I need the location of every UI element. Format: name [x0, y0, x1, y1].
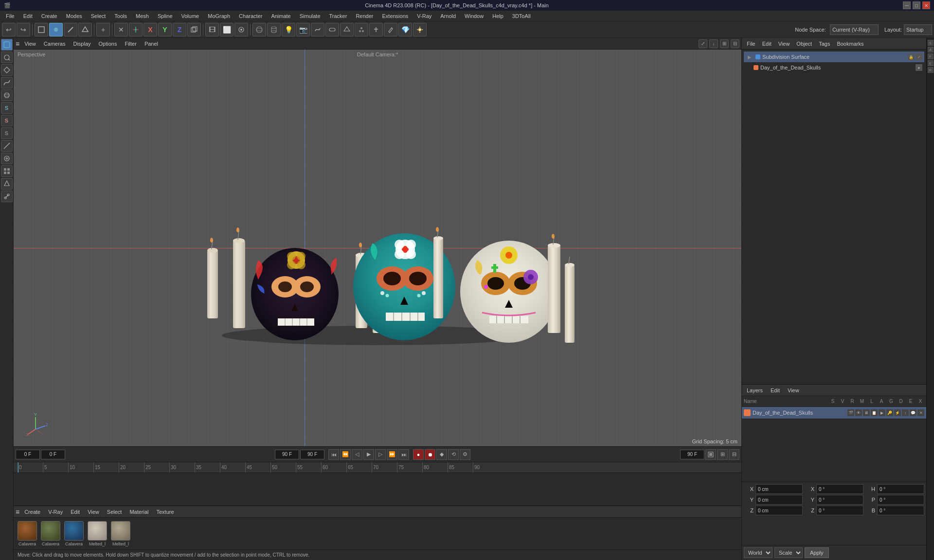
viewport-canvas[interactable]: Perspective Default Camera:*: [14, 50, 741, 446]
x-rot-input[interactable]: [816, 484, 863, 494]
menu-item-edit[interactable]: Edit: [19, 11, 36, 21]
sidebar-s2-btn[interactable]: S: [1, 115, 13, 126]
sidebar-line-btn[interactable]: [1, 140, 13, 152]
mat-view-menu[interactable]: View: [85, 508, 102, 516]
minimize-button[interactable]: ─: [903, 1, 911, 9]
layer-render-btn[interactable]: 🖥: [863, 409, 870, 416]
end-frame2-input[interactable]: [300, 450, 324, 459]
redo-button[interactable]: ↪: [17, 23, 30, 36]
edge-btn-5[interactable]: R: [928, 67, 934, 73]
current-frame-input[interactable]: [41, 450, 65, 459]
vp-view-menu[interactable]: View: [21, 40, 39, 48]
cloner-btn[interactable]: [355, 23, 368, 36]
layer-gen-btn[interactable]: ⚡: [894, 409, 901, 416]
paint-btn[interactable]: [384, 23, 397, 36]
mat-material-menu[interactable]: Material: [126, 508, 151, 516]
timeline-extra1[interactable]: [705, 449, 716, 460]
sidebar-fx-btn[interactable]: [1, 178, 13, 190]
sidebar-s-btn[interactable]: S: [1, 102, 13, 114]
next-key-btn[interactable]: ⏩: [387, 449, 397, 460]
menu-item-tools[interactable]: Tools: [110, 11, 131, 21]
obj-icon-eye[interactable]: ✓: [916, 53, 922, 60]
timeline-ruler[interactable]: 0 5 10 15 20 25 30 35 40 45 50 55 60 65 …: [14, 462, 741, 473]
spline-tool-btn[interactable]: [311, 23, 324, 36]
obj-bookmarks-menu[interactable]: Bookmarks: [834, 40, 866, 48]
next-frame-btn[interactable]: ▷: [375, 449, 386, 460]
layer-item-0[interactable]: Day_of_the_Dead_Skulls 🎬 👁 🖥 📋 ▶ 🔑 ⚡ ↕ 💬…: [742, 407, 926, 419]
y-pos-input[interactable]: [755, 495, 803, 505]
timeline-track-area[interactable]: [14, 473, 741, 506]
obj-file-menu[interactable]: File: [744, 40, 758, 48]
lights-btn[interactable]: 💡: [282, 23, 295, 36]
menu-item-volume[interactable]: Volume: [178, 11, 203, 21]
record-auto-btn[interactable]: ⏺: [425, 449, 435, 460]
sidebar-mesh-btn[interactable]: [1, 64, 13, 76]
sidebar-paint-btn[interactable]: [1, 153, 13, 164]
obj-skull-icon1[interactable]: ●: [916, 64, 922, 71]
menu-item-mograph[interactable]: MoGraph: [204, 11, 234, 21]
sidebar-selection-btn[interactable]: [1, 52, 13, 63]
menu-item-select[interactable]: Select: [87, 11, 110, 21]
layer-del-btn[interactable]: ✕: [917, 409, 924, 416]
sidebar-volume-btn[interactable]: [1, 89, 13, 101]
render-btn[interactable]: [234, 23, 248, 36]
menu-item-spline[interactable]: Spline: [154, 11, 177, 21]
camera-tool-btn[interactable]: 📷: [296, 23, 310, 36]
menu-item-animate[interactable]: Animate: [267, 11, 294, 21]
sidebar-model-btn[interactable]: [1, 39, 13, 51]
node-space-dropdown[interactable]: Current (V-Ray): [830, 24, 879, 35]
edge-btn-1[interactable]: S: [928, 40, 934, 46]
mat-edit-menu[interactable]: Edit: [68, 508, 83, 516]
motion-path-btn[interactable]: ⟲: [448, 449, 459, 460]
undo-button[interactable]: ↩: [2, 23, 16, 36]
layers-menu[interactable]: Layers: [744, 386, 766, 394]
z-rot-input[interactable]: [816, 506, 863, 515]
menu-item-3dtoall[interactable]: 3DToAll: [508, 11, 535, 21]
material-item-1[interactable]: Calavera: [41, 521, 60, 546]
go-to-start-btn[interactable]: ⏮: [328, 449, 339, 460]
obj-view-menu[interactable]: View: [775, 40, 793, 48]
mat-menu-icon[interactable]: ≡: [16, 508, 19, 516]
select-tool[interactable]: ✕: [114, 23, 128, 36]
obj-object-menu[interactable]: Object: [793, 40, 815, 48]
layer-deform-btn[interactable]: ↕: [902, 409, 909, 416]
z-pos-input[interactable]: [755, 506, 803, 515]
vp-split-btn[interactable]: ⊞: [720, 39, 729, 48]
z-axis-btn[interactable]: Z: [173, 23, 186, 36]
move-tool[interactable]: [129, 23, 143, 36]
obj-tags-menu[interactable]: Tags: [816, 40, 833, 48]
world-dropdown[interactable]: World: [744, 547, 772, 558]
sidebar-grid-btn[interactable]: [1, 165, 13, 177]
layer-play-btn[interactable]: ▶: [879, 409, 885, 416]
vp-unsplit-btn[interactable]: ⊟: [731, 39, 739, 48]
sculpt-btn[interactable]: 💎: [398, 23, 412, 36]
layout-dropdown[interactable]: Startup: [904, 24, 932, 35]
layers-view-menu[interactable]: View: [785, 386, 802, 394]
menu-item-mesh[interactable]: Mesh: [132, 11, 153, 21]
layer-anim-btn[interactable]: 🔑: [886, 409, 893, 416]
mode-points[interactable]: [49, 23, 63, 36]
h-input[interactable]: [877, 484, 924, 494]
obj-skulls[interactable]: Day_of_the_Dead_Skulls ●: [744, 62, 924, 73]
effector-btn[interactable]: [340, 23, 354, 36]
deformer-btn[interactable]: [325, 23, 339, 36]
mat-create-menu[interactable]: Create: [21, 508, 43, 516]
vp-cameras-menu[interactable]: Cameras: [41, 40, 69, 48]
mode-edges[interactable]: [64, 23, 77, 36]
go-to-end-btn[interactable]: ⏭: [398, 449, 409, 460]
menu-item-v-ray[interactable]: V-Ray: [413, 11, 435, 21]
layer-expr-btn[interactable]: 💬: [910, 409, 916, 416]
menu-item-window[interactable]: Window: [461, 11, 487, 21]
vp-options-menu[interactable]: Options: [96, 40, 120, 48]
x-pos-input[interactable]: [755, 484, 803, 494]
scale-dropdown[interactable]: Scale: [774, 547, 803, 558]
edge-btn-3[interactable]: F: [928, 53, 934, 59]
apply-button[interactable]: Apply: [805, 547, 829, 558]
layers-edit-menu[interactable]: Edit: [768, 386, 783, 394]
menu-item-help[interactable]: Help: [488, 11, 507, 21]
film-btn[interactable]: 🎞: [205, 23, 219, 36]
x-axis-btn[interactable]: X: [144, 23, 157, 36]
play-btn[interactable]: ▶: [363, 449, 374, 460]
edge-btn-4[interactable]: E: [928, 60, 934, 66]
timeline-extra3[interactable]: ⊟: [729, 449, 739, 460]
